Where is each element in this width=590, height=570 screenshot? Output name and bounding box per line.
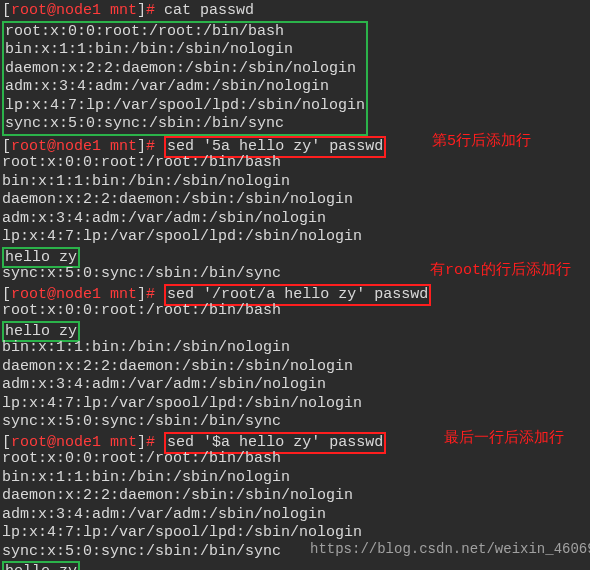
command-sed-root: sed '/root/a hello zy' passwd xyxy=(167,286,428,303)
watermark: https://blog.csdn.net/weixin_46069582 xyxy=(310,540,590,559)
output-line: lp:x:4:7:lp:/var/spool/lpd:/sbin/nologin xyxy=(2,228,590,247)
output-line: bin:x:1:1:bin:/bin:/sbin/nologin xyxy=(2,469,590,488)
output-block-cat: root:x:0:0:root:/root:/bin/bash bin:x:1:… xyxy=(2,21,368,136)
command-cat: cat passwd xyxy=(164,2,254,19)
prompt-dir: mnt xyxy=(110,138,137,155)
inserted-line: hello zy xyxy=(2,561,80,570)
prompt-dir: mnt xyxy=(110,434,137,451)
output-line: sync:x:5:0:sync:/sbin:/bin/sync xyxy=(5,115,365,134)
output-line: lp:x:4:7:lp:/var/spool/lpd:/sbin/nologin xyxy=(5,97,365,116)
annotation-after-last: 最后一行后添加行 xyxy=(444,430,564,449)
command-sed-last: sed '$a hello zy' passwd xyxy=(167,434,383,451)
prompt-symbol: # xyxy=(146,286,155,303)
prompt-host: root@node1 xyxy=(11,138,101,155)
annotation-after-line-5: 第5行后添加行 xyxy=(432,133,531,152)
output-line: daemon:x:2:2:daemon:/sbin:/sbin/nologin xyxy=(2,358,590,377)
output-line: adm:x:3:4:adm:/var/adm:/sbin/nologin xyxy=(2,376,590,395)
command-sed-5a: sed '5a hello zy' passwd xyxy=(167,138,383,155)
prompt-symbol: # xyxy=(146,138,155,155)
prompt-host: root@node1 xyxy=(11,434,101,451)
output-line: root:x:0:0:root:/root:/bin/bash xyxy=(5,23,365,42)
output-line: bin:x:1:1:bin:/bin:/sbin/nologin xyxy=(5,41,365,60)
output-line: sync:x:5:0:sync:/sbin:/bin/sync xyxy=(2,413,590,432)
output-line: daemon:x:2:2:daemon:/sbin:/sbin/nologin xyxy=(5,60,365,79)
output-line: daemon:x:2:2:daemon:/sbin:/sbin/nologin xyxy=(2,191,590,210)
output-line: adm:x:3:4:adm:/var/adm:/sbin/nologin xyxy=(5,78,365,97)
output-line: bin:x:1:1:bin:/bin:/sbin/nologin xyxy=(2,339,590,358)
prompt-symbol: # xyxy=(146,2,155,19)
prompt-host: root@node1 xyxy=(11,286,101,303)
terminal-output: [root@node1 mnt]# cat passwd root:x:0:0:… xyxy=(0,0,590,570)
prompt-symbol: # xyxy=(146,434,155,451)
output-line: bin:x:1:1:bin:/bin:/sbin/nologin xyxy=(2,173,590,192)
output-line: lp:x:4:7:lp:/var/spool/lpd:/sbin/nologin xyxy=(2,395,590,414)
prompt-dir: mnt xyxy=(110,286,137,303)
prompt-host: root@node1 xyxy=(11,2,101,19)
prompt-line[interactable]: [root@node1 mnt]# cat passwd xyxy=(2,2,590,21)
annotation-after-root: 有root的行后添加行 xyxy=(430,262,571,281)
output-line: daemon:x:2:2:daemon:/sbin:/sbin/nologin xyxy=(2,487,590,506)
output-line: adm:x:3:4:adm:/var/adm:/sbin/nologin xyxy=(2,210,590,229)
prompt-dir: mnt xyxy=(110,2,137,19)
prompt-line[interactable]: [root@node1 mnt]# sed '/root/a hello zy'… xyxy=(2,284,590,303)
output-line: adm:x:3:4:adm:/var/adm:/sbin/nologin xyxy=(2,506,590,525)
